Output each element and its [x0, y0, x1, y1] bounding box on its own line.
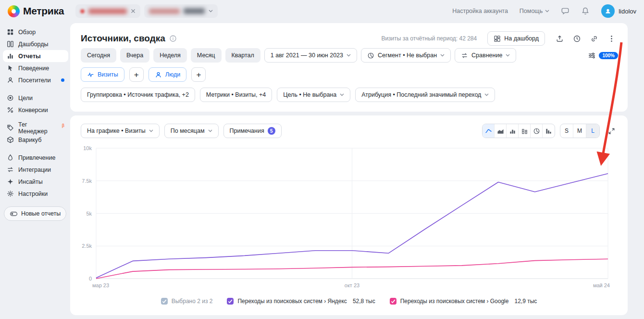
- new-reports-toggle[interactable]: Новые отчеты: [4, 206, 66, 221]
- bar-chart-icon[interactable]: [507, 124, 519, 138]
- sidebar-item-dashboards[interactable]: Дашборды: [3, 38, 68, 50]
- account-settings-link[interactable]: Настройка аккаунта: [452, 8, 508, 14]
- username: lidolov: [619, 8, 636, 15]
- counter-pill-1[interactable]: [75, 4, 140, 18]
- compare-icon: [461, 52, 468, 59]
- grouping-value: Группировка • Источник трафика, +2: [87, 91, 189, 98]
- pie-chart-icon[interactable]: [531, 124, 543, 138]
- grid-icon: [7, 28, 14, 36]
- chat-icon[interactable]: [561, 7, 570, 15]
- help-label: Помощь: [520, 8, 543, 14]
- people-pill-label: Люди: [165, 71, 181, 78]
- sidebar-item-label: Отчеты: [18, 53, 41, 60]
- sidebar-item-integrations[interactable]: Интеграции: [3, 164, 68, 176]
- legend-item-google[interactable]: Переходы из поисковых систем › Google 12…: [390, 298, 537, 305]
- sidebar-item-label: Поведение: [18, 65, 49, 72]
- period-tab-week[interactable]: Неделя: [153, 48, 187, 63]
- checkbox-icon[interactable]: [161, 298, 168, 305]
- sampling-control[interactable]: 100%: [588, 51, 618, 60]
- fullscreen-button[interactable]: [605, 124, 618, 138]
- sidebar-item-settings[interactable]: Настройки: [3, 188, 68, 200]
- line-chart-icon[interactable]: [483, 124, 495, 138]
- attribution-value: Атрибуция • Последний значимый переход: [361, 91, 481, 98]
- sidebar-item-label: Варикуб: [18, 137, 41, 143]
- sidebar-item-tag-manager[interactable]: Тег Менеджер β: [3, 122, 68, 134]
- notes-count-badge: 5: [268, 127, 275, 135]
- chart-size-s[interactable]: S: [560, 124, 573, 138]
- comparison-label: Сравнение: [471, 52, 502, 59]
- export-button[interactable]: [553, 32, 566, 45]
- add-people-metric-button[interactable]: +: [191, 67, 206, 82]
- comparison-selector[interactable]: Сравнение: [455, 48, 516, 63]
- period-tab-yesterday[interactable]: Вчера: [120, 48, 149, 63]
- sparkle-icon: [7, 178, 14, 185]
- bell-icon[interactable]: [581, 7, 590, 15]
- sidebar-item-varioqub[interactable]: Варикуб: [3, 134, 68, 146]
- clock-icon: [573, 35, 581, 43]
- period-tab-today[interactable]: Сегодня: [81, 48, 116, 63]
- svg-text:5k: 5k: [86, 211, 92, 217]
- more-menu-button[interactable]: [605, 32, 618, 45]
- chart-metric-selector[interactable]: На графике • Визиты: [81, 124, 160, 138]
- link-icon: [590, 35, 598, 43]
- svg-text:май 24: май 24: [593, 282, 610, 288]
- add-to-dashboard-button[interactable]: На дашборд: [487, 31, 545, 46]
- checkbox-icon[interactable]: [227, 298, 234, 305]
- sidebar-item-visitors[interactable]: Посетители: [3, 74, 68, 86]
- counter-selector: [75, 4, 218, 18]
- sidebar-item-conversions[interactable]: Конверсии: [3, 104, 68, 116]
- sidebar-item-label: Цели: [18, 95, 33, 102]
- app-logo[interactable]: Метрика: [8, 5, 64, 17]
- granularity-selector[interactable]: По месяцам: [164, 124, 219, 138]
- checkbox-icon[interactable]: [390, 298, 396, 305]
- segment-selector[interactable]: Сегмент • Не выбран: [361, 48, 451, 63]
- sidebar-item-insights[interactable]: Инсайты: [3, 176, 68, 188]
- goal-selector[interactable]: Цель • Не выбрана: [277, 88, 350, 102]
- help-menu[interactable]: Помощь: [520, 8, 549, 14]
- user-menu[interactable]: lidolov: [601, 4, 636, 18]
- period-tab-month[interactable]: Месяц: [191, 48, 222, 63]
- legend-item-yandex[interactable]: Переходы из поисковых систем › Яндекс 52…: [227, 298, 375, 305]
- counter-name-blurred: [88, 9, 127, 14]
- chevron-down-icon: [208, 129, 212, 132]
- date-range-value: 1 авг 2021 — 30 июн 2023: [271, 52, 343, 59]
- chart-card: На графике • Визиты По месяцам Примечани…: [70, 115, 628, 315]
- column-chart-icon[interactable]: [543, 124, 555, 138]
- metrics-selector[interactable]: Метрики • Визиты, +4: [200, 88, 272, 102]
- area-chart-icon[interactable]: [495, 124, 507, 138]
- sidebar-item-overview[interactable]: Обзор: [3, 26, 68, 38]
- visits-period-label: Визиты за отчётный период: 42 284: [381, 35, 477, 42]
- add-visits-metric-button[interactable]: +: [129, 67, 144, 82]
- chart-size-m[interactable]: M: [573, 124, 586, 138]
- counter-pill-2[interactable]: [144, 4, 218, 18]
- avatar: [601, 4, 615, 18]
- sidebar-item-goals[interactable]: Цели: [3, 92, 68, 104]
- chart-type-switcher: [482, 124, 555, 138]
- granularity-value: По месяцам: [171, 128, 205, 134]
- sidebar-item-label: Настройки: [18, 191, 48, 197]
- legend-select-all[interactable]: Выбрано 2 из 2: [161, 298, 213, 305]
- close-icon[interactable]: [131, 9, 136, 13]
- visits-metric-pill[interactable]: Визиты: [81, 67, 124, 82]
- sidebar-item-behavior[interactable]: Поведение: [3, 62, 68, 74]
- people-metric-pill[interactable]: Люди: [149, 67, 187, 82]
- line-chart[interactable]: 02.5k5k7.5k10kмар 23окт 23май 24: [75, 140, 623, 293]
- copy-link-button[interactable]: [587, 32, 601, 45]
- legend-value: 52,8 тыс: [353, 298, 375, 305]
- stacked-bar-chart-icon[interactable]: [519, 124, 531, 138]
- grouping-selector[interactable]: Группировка • Источник трафика, +2: [81, 88, 195, 102]
- svg-text:10k: 10k: [83, 145, 92, 151]
- attribution-selector[interactable]: Атрибуция • Последний значимый переход: [355, 88, 495, 102]
- chart-size-l[interactable]: L: [586, 124, 599, 138]
- cube-icon: [7, 136, 14, 143]
- chevron-down-icon: [545, 10, 549, 13]
- date-range-picker[interactable]: 1 авг 2021 — 30 июн 2023: [264, 48, 357, 63]
- sidebar-item-attraction[interactable]: Привлечение: [3, 152, 68, 164]
- pulse-icon: [87, 71, 94, 78]
- info-icon[interactable]: [169, 35, 177, 42]
- history-button[interactable]: [570, 32, 583, 45]
- period-tab-quarter[interactable]: Квартал: [225, 48, 260, 63]
- tag-icon: [7, 124, 14, 131]
- notes-button[interactable]: Примечания 5: [223, 124, 282, 138]
- sidebar-item-reports[interactable]: Отчеты: [3, 50, 68, 62]
